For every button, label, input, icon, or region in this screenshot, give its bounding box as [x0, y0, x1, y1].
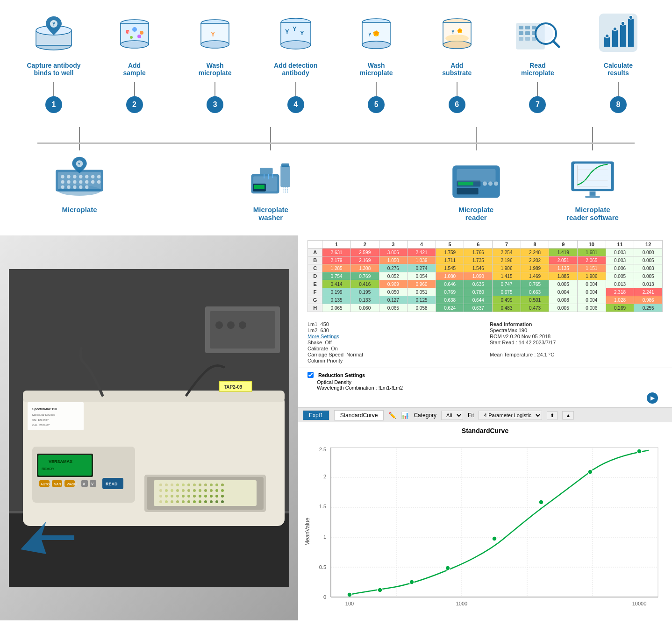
table-cell: 0.483 [493, 304, 521, 312]
reduction-checkbox[interactable] [307, 372, 314, 378]
table-cell: 1.546 [464, 264, 493, 272]
spectramax-label: SpectraMax 190 [490, 327, 663, 333]
table-cell: 0.013 [634, 280, 663, 288]
step-4-connector [295, 82, 296, 96]
plate-table: 1 2 3 4 5 6 7 8 9 10 11 12 A2.6 [307, 240, 663, 312]
software-label: Microplatereader software [566, 206, 619, 221]
svg-text:0: 0 [323, 594, 326, 600]
mean-temp-label: Mean Temperature : 24.1 °C [490, 352, 663, 357]
step-5: Y Washmicroplate 5 [341, 9, 411, 113]
step-8-circle: 8 [610, 96, 627, 113]
table-cell: 0.003 [606, 249, 634, 256]
more-settings: More Settings [307, 334, 480, 339]
svg-rect-37 [519, 26, 523, 29]
step-3-icon: Y [192, 9, 238, 56]
table-row: A2.6312.5993.0062.4211.7591.7662.2542.24… [308, 249, 663, 256]
bottom-items-row: Y Microplate [19, 118, 653, 221]
washer-connector [270, 127, 271, 150]
svg-point-215 [378, 588, 382, 592]
wavelength-label: Wavelength Combination : !Lm1-!Lm2 [307, 385, 663, 391]
table-cell: 1.759 [436, 249, 464, 256]
play-button[interactable]: ▶ [647, 392, 658, 404]
svg-point-79 [85, 185, 88, 189]
curve-section: Expt1 StandardCurve ✏️ 📊 Category All Fi… [298, 407, 672, 620]
table-cell: 0.004 [578, 280, 606, 288]
reader-connector [476, 127, 477, 150]
svg-point-13 [137, 35, 141, 38]
svg-rect-112 [210, 311, 275, 349]
table-cell: 1.050 [379, 256, 407, 264]
export-btn[interactable]: ⬆ [547, 411, 558, 420]
washer-label: Microplatewasher [253, 206, 288, 221]
step-6-label: Addsubstrate [442, 60, 472, 78]
table-cell: 0.004 [578, 288, 606, 296]
table-cell: 2.631 [322, 249, 351, 256]
col-header-10: 10 [578, 241, 606, 249]
optical-density-label: Optical Density [307, 379, 663, 385]
toolbar-icon-edit[interactable]: ✏️ [388, 412, 396, 419]
svg-text:Y: Y [211, 30, 215, 38]
svg-point-54 [605, 34, 609, 38]
table-cell: 1.308 [350, 264, 379, 272]
svg-rect-40 [519, 31, 523, 35]
svg-text:READ: READ [106, 482, 118, 486]
svg-point-150 [221, 484, 224, 486]
col-header-3: 3 [379, 241, 407, 249]
table-cell: 0.054 [407, 272, 436, 280]
svg-point-178 [176, 500, 179, 503]
svg-rect-85 [254, 185, 265, 189]
category-select[interactable]: All [441, 411, 463, 420]
table-cell: 0.003 [606, 256, 634, 264]
table-cell: 0.644 [464, 296, 493, 304]
table-cell: 0.199 [322, 288, 351, 296]
svg-point-166 [176, 495, 179, 498]
step-1-connector [53, 82, 54, 96]
svg-point-142 [176, 484, 179, 486]
timeline-line [37, 142, 635, 144]
step-5-circle: 5 [368, 96, 385, 113]
col-header-12: 12 [634, 241, 663, 249]
step-4: Y Y Y Add detectionantibody 4 [261, 9, 331, 113]
table-cell: 1.885 [549, 272, 578, 280]
table-cell: 0.051 [407, 288, 436, 296]
col-header-4: 4 [407, 241, 436, 249]
fit-select[interactable]: 4-Parameter Logistic [479, 411, 542, 420]
col-header-blank [308, 241, 322, 249]
svg-point-157 [193, 489, 196, 492]
step-8: Calculateresults 8 [583, 9, 653, 113]
svg-point-78 [79, 185, 82, 189]
step-5-label: Washmicroplate [360, 60, 393, 78]
svg-point-71 [79, 180, 82, 184]
table-cell: 2.318 [606, 288, 634, 296]
table-cell: 2.051 [549, 256, 578, 264]
svg-point-94 [494, 181, 498, 185]
step-7-label: Readmicroplate [521, 60, 554, 78]
svg-rect-38 [525, 26, 530, 29]
microplate-connector [79, 127, 80, 150]
svg-point-93 [488, 181, 493, 185]
steps-row: Y Capture antibodybinds to well 1 [19, 9, 653, 113]
fit-label: Fit [468, 412, 474, 419]
triangle-btn[interactable]: ▲ [562, 411, 574, 420]
svg-text:SN: 1234567: SN: 1234567 [32, 419, 49, 421]
table-cell: 0.052 [379, 272, 407, 280]
expt1-tab[interactable]: Expt1 [303, 410, 329, 420]
toolbar-icon-chart[interactable]: 📊 [401, 412, 409, 419]
svg-rect-41 [525, 31, 530, 35]
table-cell: 2.169 [350, 256, 379, 264]
table-cell: 1.285 [322, 264, 351, 272]
table-cell: 0.060 [350, 304, 379, 312]
svg-point-186 [221, 500, 224, 503]
table-cell: 0.133 [350, 296, 379, 304]
table-cell: 0.008 [549, 296, 578, 304]
svg-point-10 [132, 27, 137, 32]
table-cell: 0.675 [493, 288, 521, 296]
svg-text:TAP2-09: TAP2-09 [224, 384, 243, 390]
standard-curve-tab[interactable]: StandardCurve [334, 410, 384, 420]
svg-rect-195 [331, 448, 658, 597]
svg-point-154 [176, 489, 179, 492]
table-cell: 0.065 [322, 304, 351, 312]
step-2-label: Addsample [123, 60, 145, 78]
svg-point-171 [204, 495, 207, 498]
table-cell: 1.711 [436, 256, 464, 264]
